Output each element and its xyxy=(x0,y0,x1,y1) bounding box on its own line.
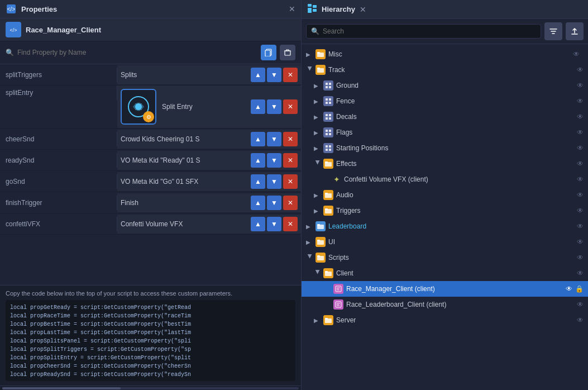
tree-label-ui: UI xyxy=(328,238,574,246)
code-description: Copy the code below into the top of your… xyxy=(6,290,295,297)
script-icon-race-leaderboard xyxy=(333,299,343,310)
svg-rect-18 xyxy=(326,83,328,85)
eye-icon-fence[interactable]: 👁 xyxy=(577,97,584,105)
tree-label-fence: Fence xyxy=(336,97,574,105)
move-up-finishTrigger[interactable]: ▲ xyxy=(251,196,265,210)
tree-item-confetti[interactable]: ▶ ✦ Confetti Volume VFX (client) 👁 xyxy=(302,172,588,187)
split-entry-label: Split Entry xyxy=(162,103,248,111)
eye-icon-misc[interactable]: 👁 xyxy=(573,50,580,58)
eye-icon-starting-positions[interactable]: 👁 xyxy=(577,144,584,152)
eye-icon-triggers[interactable]: 👁 xyxy=(577,207,584,215)
tree-item-leaderboard[interactable]: ▶ Leaderboard 👁 xyxy=(302,218,588,234)
chevron-misc: ▶ xyxy=(306,51,314,58)
tree-item-audio[interactable]: ▶ Audio 👁 xyxy=(302,187,588,203)
eye-icon-effects[interactable]: 👁 xyxy=(577,160,584,168)
split-entry-label-area: Split Entry xyxy=(159,103,248,111)
move-up-splitTriggers[interactable]: ▲ xyxy=(251,68,265,82)
tree-item-starting-positions[interactable]: ▶ Starting Positions 👁 xyxy=(302,140,588,156)
move-up-splitEntry[interactable]: ▲ xyxy=(251,99,265,114)
copy-button[interactable] xyxy=(261,45,276,60)
eye-icon-race-manager[interactable]: 👁 xyxy=(566,285,572,293)
eye-icon-ground[interactable]: 👁 xyxy=(577,82,584,89)
move-down-splitTriggers[interactable]: ▼ xyxy=(267,68,281,82)
delete-cheerSnd[interactable]: ✕ xyxy=(283,132,298,146)
hierarchy-panel: Hierarchy ✕ 🔍 ▶ Misc 👁 xyxy=(302,0,588,390)
folder-icon-triggers xyxy=(323,206,333,216)
tree-item-scripts[interactable]: ▶ Scripts 👁 xyxy=(302,250,588,265)
prop-controls-goSnd: ▲ ▼ ✕ xyxy=(251,174,298,189)
tree-item-ui[interactable]: ▶ UI 👁 xyxy=(302,234,588,250)
move-up-cheerSnd[interactable]: ▲ xyxy=(251,132,265,146)
move-down-finishTrigger[interactable]: ▼ xyxy=(267,196,281,210)
prop-key-cheerSnd: cheerSnd xyxy=(0,132,117,146)
svg-rect-41 xyxy=(325,193,328,194)
eye-icon-track[interactable]: 👁 xyxy=(577,66,584,74)
eye-icon-race-leaderboard[interactable]: 👁 xyxy=(577,301,584,308)
tree-item-track[interactable]: ▶ Track 👁 xyxy=(302,62,588,78)
tree-item-misc[interactable]: ▶ Misc 👁 xyxy=(302,46,588,62)
tree-item-ground[interactable]: ▶ Ground 👁 xyxy=(302,78,588,93)
eye-icon-ui[interactable]: 👁 xyxy=(577,238,584,246)
chevron-track: ▶ xyxy=(307,66,313,74)
filter-button[interactable] xyxy=(544,22,562,40)
group-icon-decals xyxy=(323,112,333,122)
hierarchy-close-button[interactable]: ✕ xyxy=(360,5,366,14)
hierarchy-search-row: 🔍 xyxy=(302,19,588,44)
scrollbar-track[interactable] xyxy=(2,387,299,389)
eye-icon-decals[interactable]: 👁 xyxy=(577,113,584,121)
delete-confettiVFX[interactable]: ✕ xyxy=(283,217,298,231)
svg-rect-22 xyxy=(326,98,328,101)
move-up-goSnd[interactable]: ▲ xyxy=(251,174,265,189)
move-down-goSnd[interactable]: ▼ xyxy=(267,174,281,189)
folder-icon-misc xyxy=(315,49,326,59)
eye-icon-scripts[interactable]: 👁 xyxy=(577,254,584,261)
move-up-confettiVFX[interactable]: ▲ xyxy=(251,217,265,231)
move-down-confettiVFX[interactable]: ▼ xyxy=(267,217,281,231)
tree-item-fence[interactable]: ▶ Fence 👁 xyxy=(302,93,588,109)
code-line-2: local propRaceTime = script:GetCustomPro… xyxy=(10,312,291,320)
chevron-server: ▶ xyxy=(314,317,322,324)
tree-item-server[interactable]: ▶ Server 👁 xyxy=(302,312,588,328)
tree-item-decals[interactable]: ▶ Decals 👁 xyxy=(302,109,588,125)
eye-icon-audio[interactable]: 👁 xyxy=(577,191,584,199)
chevron-audio: ▶ xyxy=(314,192,322,198)
property-search-input[interactable] xyxy=(17,49,257,56)
prop-key-splitEntry: splitEntry xyxy=(0,85,117,100)
entry-badge: ⚙ xyxy=(143,111,154,122)
svg-text:</>: </> xyxy=(9,27,17,33)
group-icon-ground xyxy=(323,80,333,91)
chevron-triggers: ▶ xyxy=(314,208,322,214)
property-search-row: 🔍 xyxy=(0,41,301,64)
upload-button[interactable] xyxy=(566,22,584,40)
delete-goSnd[interactable]: ✕ xyxy=(283,174,298,189)
delete-finishTrigger[interactable]: ✕ xyxy=(283,196,298,210)
properties-icon: </> xyxy=(6,3,17,15)
code-line-1: local propGetReady = script:GetCustomPro… xyxy=(10,303,291,312)
delete-splitTriggers[interactable]: ✕ xyxy=(283,68,298,82)
delete-splitEntry[interactable]: ✕ xyxy=(283,99,298,114)
delete-button[interactable] xyxy=(280,45,295,60)
tree-label-leaderboard: Leaderboard xyxy=(328,222,574,230)
hierarchy-search-input[interactable] xyxy=(323,27,536,35)
move-down-splitEntry[interactable]: ▼ xyxy=(267,99,281,114)
properties-close-button[interactable]: ✕ xyxy=(289,4,295,13)
tree-item-client[interactable]: ▶ Client 👁 xyxy=(302,265,588,281)
eye-icon-flags[interactable]: 👁 xyxy=(577,129,584,136)
eye-icon-server[interactable]: 👁 xyxy=(577,316,584,324)
prop-val-text-readySnd: VO Meta Kid "Ready" 01 S xyxy=(121,156,248,164)
eye-icon-confetti[interactable]: 👁 xyxy=(577,175,584,183)
tree-item-effects[interactable]: ▶ Effects 👁 xyxy=(302,156,588,172)
eye-icon-leaderboard[interactable]: 👁 xyxy=(577,222,584,230)
svg-text:</>: </> xyxy=(7,6,16,12)
tree-item-triggers[interactable]: ▶ Triggers 👁 xyxy=(302,203,588,218)
tree-item-race-leaderboard-client[interactable]: ▶ Race_Leaderboard_Client (client) 👁 xyxy=(302,297,588,312)
move-up-readySnd[interactable]: ▲ xyxy=(251,153,265,168)
move-down-readySnd[interactable]: ▼ xyxy=(267,153,281,168)
tree-item-flags[interactable]: ▶ Flags 👁 xyxy=(302,125,588,140)
delete-readySnd[interactable]: ✕ xyxy=(283,153,298,168)
eye-icon-client[interactable]: 👁 xyxy=(577,269,584,277)
tree-label-starting-positions: Starting Positions xyxy=(336,144,574,152)
script-icon-race-manager xyxy=(333,284,343,294)
move-down-cheerSnd[interactable]: ▼ xyxy=(267,132,281,146)
tree-item-race-manager-client[interactable]: ▶ Race_Manager_Client (client) 👁 🔒 xyxy=(302,281,588,297)
